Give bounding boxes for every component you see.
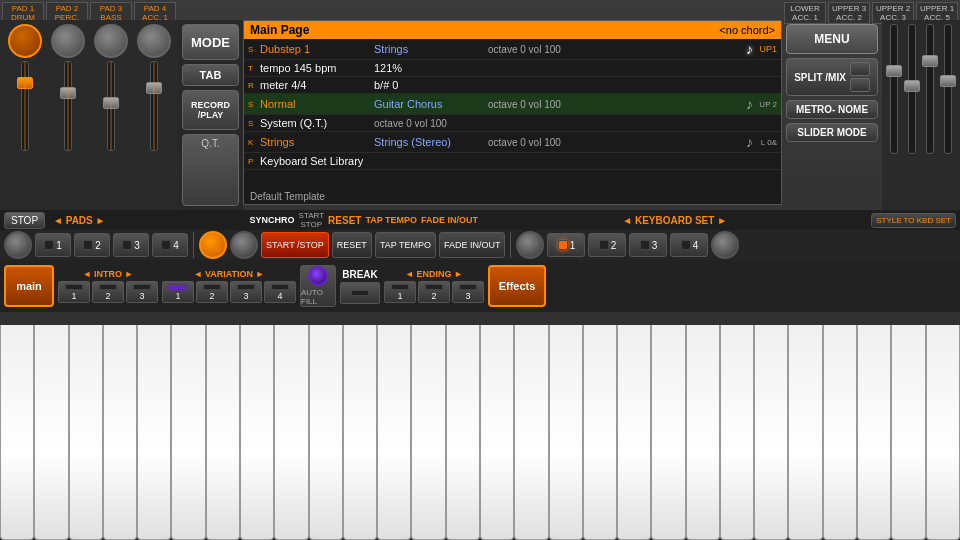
white-key-7[interactable]: [206, 325, 240, 540]
left-round-knob[interactable]: [4, 231, 32, 259]
right-slider-track-3[interactable]: [926, 24, 934, 154]
kbd-btn-2[interactable]: 2: [588, 233, 626, 257]
variation-buttons: 1 2 3 4: [162, 281, 296, 303]
variation-btn-4[interactable]: 4: [264, 281, 296, 303]
menu-button[interactable]: MENU: [786, 24, 878, 54]
right-slider-thumb-2[interactable]: [904, 80, 920, 92]
white-key-19[interactable]: [617, 325, 651, 540]
display-row-5[interactable]: K Strings Strings (Stereo) octave 0 vol …: [244, 132, 781, 153]
white-key-27[interactable]: [891, 325, 925, 540]
fade-in-out-button[interactable]: FADE IN/OUT: [439, 232, 506, 258]
upper3-line1: UPPER 2: [875, 4, 911, 13]
record-play-button[interactable]: RECORD /PLAY: [182, 90, 239, 130]
ending-btn-3[interactable]: 3: [452, 281, 484, 303]
ending-btn-2[interactable]: 2: [418, 281, 450, 303]
white-key-18[interactable]: [583, 325, 617, 540]
white-key-28[interactable]: [926, 325, 960, 540]
right-slider-track-2[interactable]: [908, 24, 916, 154]
white-key-13[interactable]: [411, 325, 445, 540]
slider-track-3[interactable]: [107, 61, 115, 151]
white-key-15[interactable]: [480, 325, 514, 540]
slider-mode-button[interactable]: SLIDER MODE: [786, 123, 878, 142]
display-row-4[interactable]: S System (Q.T.) octave 0 vol 100: [244, 115, 781, 132]
right-slider-track-4[interactable]: [944, 24, 952, 154]
pad-btn-1[interactable]: 1: [35, 233, 71, 257]
white-key-20[interactable]: [651, 325, 685, 540]
split-mix-sub-btn-2[interactable]: [850, 78, 870, 92]
kbd-btn-4[interactable]: 4: [670, 233, 708, 257]
display-row-0[interactable]: S Dubstep 1 Strings octave 0 vol 100 ♪ U…: [244, 39, 781, 60]
style-to-kbd-button[interactable]: STYLE TO KBD SET: [871, 213, 956, 228]
white-key-16[interactable]: [514, 325, 548, 540]
break-button[interactable]: [340, 282, 380, 304]
pad-btn-2[interactable]: 2: [74, 233, 110, 257]
right-slider-track-1[interactable]: [890, 24, 898, 154]
white-key-21[interactable]: [686, 325, 720, 540]
kbd-btn-1[interactable]: 1: [547, 233, 585, 257]
intro-btn-1[interactable]: 1: [58, 281, 90, 303]
intro-btn-3[interactable]: 3: [126, 281, 158, 303]
display-row-2[interactable]: R meter 4/4 b/# 0: [244, 77, 781, 94]
ending-btn-1-ind: [391, 284, 409, 290]
white-key-12[interactable]: [377, 325, 411, 540]
pad-acc1-button[interactable]: [137, 24, 171, 58]
slider-track-1[interactable]: [21, 61, 29, 151]
pad-perc-button[interactable]: [51, 24, 85, 58]
white-key-10[interactable]: [309, 325, 343, 540]
kbd-btn-3[interactable]: 3: [629, 233, 667, 257]
white-key-8[interactable]: [240, 325, 274, 540]
metronome-button[interactable]: METRO- NOME: [786, 100, 878, 119]
white-key-23[interactable]: [754, 325, 788, 540]
white-key-17[interactable]: [549, 325, 583, 540]
right-slider-thumb-1[interactable]: [886, 65, 902, 77]
split-mix-button[interactable]: SPLIT /MIX: [786, 58, 878, 96]
piano-keyboard[interactable]: // Black key positions calculated from p…: [0, 325, 960, 540]
pad-bass-button[interactable]: [94, 24, 128, 58]
qt-button[interactable]: Q.T.: [182, 134, 239, 206]
pad-btn-3[interactable]: 3: [113, 233, 149, 257]
kbd-right-knob[interactable]: [711, 231, 739, 259]
right-slider-thumb-4[interactable]: [940, 75, 956, 87]
white-key-11[interactable]: [343, 325, 377, 540]
white-key-26[interactable]: [857, 325, 891, 540]
auto-fill-button[interactable]: AUTO FILL: [300, 265, 336, 307]
white-key-5[interactable]: [137, 325, 171, 540]
white-key-22[interactable]: [720, 325, 754, 540]
variation-btn-2[interactable]: 2: [196, 281, 228, 303]
effects-button[interactable]: Effects: [488, 265, 546, 307]
tap-tempo-button[interactable]: TAP TEMPO: [375, 232, 436, 258]
white-key-9[interactable]: [274, 325, 308, 540]
white-key-1[interactable]: [0, 325, 34, 540]
kbd-left-knob[interactable]: [516, 231, 544, 259]
white-key-25[interactable]: [823, 325, 857, 540]
synchro-stop-btn[interactable]: [230, 231, 258, 259]
white-key-3[interactable]: [69, 325, 103, 540]
right-slider-thumb-3[interactable]: [922, 55, 938, 67]
variation-btn-3[interactable]: 3: [230, 281, 262, 303]
display-row-3[interactable]: S Normal Guitar Chorus octave 0 vol 100 …: [244, 94, 781, 115]
intro-btn-2[interactable]: 2: [92, 281, 124, 303]
white-key-6[interactable]: [171, 325, 205, 540]
tab-button[interactable]: TAB: [182, 64, 239, 86]
white-key-14[interactable]: [446, 325, 480, 540]
display-row-1[interactable]: T tempo 145 bpm 121%: [244, 60, 781, 77]
synchro-start-btn[interactable]: [199, 231, 227, 259]
mode-button[interactable]: MODE: [182, 24, 239, 60]
slider-track-2[interactable]: [64, 61, 72, 151]
variation-btn-1[interactable]: 1: [162, 281, 194, 303]
white-key-24[interactable]: [788, 325, 822, 540]
display-row-6[interactable]: P Keyboard Set Library: [244, 153, 781, 170]
row-detail-0: Strings: [374, 43, 484, 55]
white-key-4[interactable]: [103, 325, 137, 540]
split-mix-sub-btn-1[interactable]: [850, 62, 870, 76]
white-key-2[interactable]: [34, 325, 68, 540]
pad-drum-button[interactable]: [8, 24, 42, 58]
stop-button[interactable]: STOP: [4, 212, 45, 229]
reset-button[interactable]: RESET: [332, 232, 372, 258]
pad-btn-4[interactable]: 4: [152, 233, 188, 257]
main-button[interactable]: main: [4, 265, 54, 307]
start-stop-button[interactable]: START /STOP: [261, 232, 329, 258]
pad-btn-2-indicator: [83, 240, 93, 250]
slider-track-4[interactable]: [150, 61, 158, 151]
ending-btn-1[interactable]: 1: [384, 281, 416, 303]
